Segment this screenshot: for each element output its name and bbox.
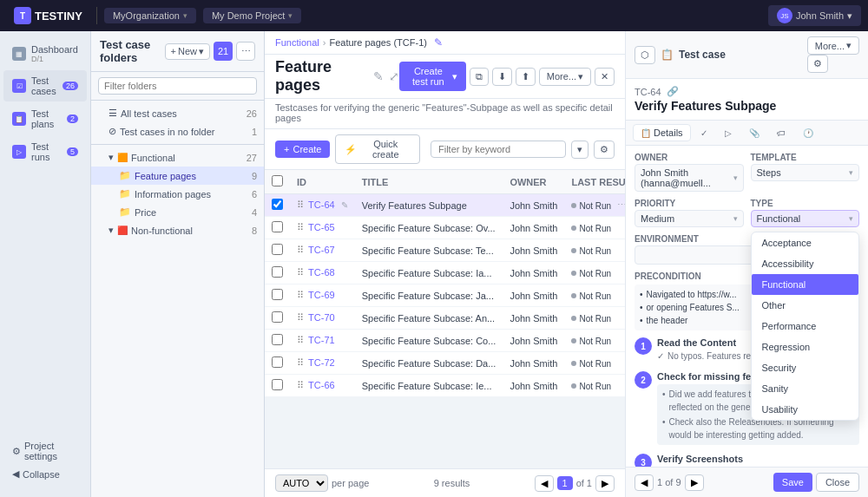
- type-option-acceptance[interactable]: Acceptance: [752, 232, 859, 253]
- type-option-security[interactable]: Security: [752, 357, 859, 378]
- row-tc-id-8[interactable]: TC-66: [308, 380, 335, 390]
- row-title-8[interactable]: Specific Feature Subcase: Ie...: [355, 375, 503, 397]
- project-selector[interactable]: My Demo Project ▾: [203, 8, 301, 23]
- table-row[interactable]: ⠿ TC-71 Specific Feature Subcase: Co... …: [265, 330, 625, 352]
- priority-value[interactable]: Medium ▾: [635, 210, 744, 227]
- row-tc-id-0[interactable]: TC-64: [308, 199, 335, 210]
- row-title-2[interactable]: Specific Feature Subcase: Te...: [355, 239, 503, 262]
- collapse-button[interactable]: ◀ Collapse: [7, 465, 83, 483]
- folder-more-button[interactable]: ⋯: [236, 42, 255, 61]
- sidebar-item-test-plans[interactable]: 📋 Test plans 2: [3, 103, 87, 134]
- folder-item-price[interactable]: 📁 Price 4: [91, 203, 264, 221]
- tab-run[interactable]: ▷: [717, 125, 740, 141]
- close-button[interactable]: Close: [816, 473, 859, 492]
- row-select-2[interactable]: [272, 244, 283, 255]
- type-value[interactable]: Functional ▾: [751, 210, 860, 227]
- drag-handle-2[interactable]: ⠿: [297, 245, 304, 255]
- row-select-8[interactable]: [272, 379, 283, 390]
- type-option-functional[interactable]: Functional: [752, 274, 859, 295]
- row-tc-id-5[interactable]: TC-70: [308, 312, 335, 323]
- right-panel-expand-button[interactable]: ⬡: [635, 46, 655, 64]
- row-tc-id-1[interactable]: TC-65: [308, 222, 335, 232]
- row-title-6[interactable]: Specific Feature Subcase: Co...: [355, 330, 503, 352]
- row-tc-id-4[interactable]: TC-69: [308, 290, 335, 300]
- drag-handle-1[interactable]: ⠿: [297, 222, 304, 232]
- row-tc-id-6[interactable]: TC-71: [308, 335, 335, 345]
- page-title-edit-icon[interactable]: ✎: [373, 69, 384, 83]
- tc-prev-button[interactable]: ◀: [635, 474, 654, 491]
- drag-handle-8[interactable]: ⠿: [297, 380, 304, 390]
- table-row[interactable]: ⠿ TC-72 Specific Feature Subcase: Da... …: [265, 352, 625, 375]
- page-title-expand-icon[interactable]: ⤢: [389, 69, 399, 83]
- create-button[interactable]: + Create: [275, 141, 330, 158]
- folder-item-no-folder[interactable]: ⊘ Test cases in no folder 1: [91, 122, 264, 141]
- sidebar-item-dashboard[interactable]: ▦ Dashboard D/1: [3, 39, 87, 69]
- table-settings-button[interactable]: ⚙: [594, 141, 615, 159]
- row-select-7[interactable]: [272, 356, 283, 368]
- drag-handle-7[interactable]: ⠿: [297, 357, 304, 368]
- row-edit-icon-0[interactable]: ✎: [341, 200, 348, 210]
- row-title-0[interactable]: Verify Features Subpage: [355, 194, 503, 217]
- type-option-other[interactable]: Other: [752, 295, 859, 316]
- sidebar-item-test-cases[interactable]: ☑ Test cases 26: [3, 70, 87, 101]
- row-tc-id-2[interactable]: TC-67: [308, 245, 335, 255]
- row-tc-id-7[interactable]: TC-72: [308, 357, 335, 368]
- row-title-1[interactable]: Specific Feature Subcase: Ov...: [355, 217, 503, 239]
- type-option-accessibility[interactable]: Accessibility: [752, 253, 859, 274]
- filter-keyword-input[interactable]: [431, 141, 566, 158]
- tab-tag[interactable]: 🏷: [769, 125, 793, 141]
- quick-create-button[interactable]: ⚡ Quick create: [335, 134, 420, 164]
- new-folder-button[interactable]: + New ▾: [165, 43, 210, 60]
- type-option-sanity[interactable]: Sanity: [752, 378, 859, 399]
- tab-check[interactable]: ✓: [693, 125, 715, 141]
- table-row[interactable]: ⠿ TC-64 ✎ Verify Features Subpage John S…: [265, 194, 625, 217]
- drag-handle-0[interactable]: ⠿: [297, 199, 304, 210]
- folder-item-functional[interactable]: ▾ 🟧 Functional 27: [91, 148, 264, 167]
- sidebar-item-test-runs[interactable]: ▷ Test runs 5: [3, 136, 87, 167]
- folder-item-non-functional[interactable]: ▾ 🟥 Non-functional 8: [91, 221, 264, 239]
- row-tc-id-3[interactable]: TC-68: [308, 267, 335, 278]
- table-row[interactable]: ⠿ TC-68 Specific Feature Subcase: Ia... …: [265, 262, 625, 284]
- type-option-usability[interactable]: Usability: [752, 399, 859, 420]
- filter-more-button[interactable]: ▾: [571, 141, 589, 159]
- folder-item-all[interactable]: ☰ All test cases 26: [91, 104, 264, 122]
- table-row[interactable]: ⠿ TC-70 Specific Feature Subcase: An... …: [265, 307, 625, 330]
- table-row[interactable]: ⠿ TC-69 Specific Feature Subcase: Ja... …: [265, 284, 625, 307]
- user-menu[interactable]: JS John Smith ▾: [768, 5, 861, 26]
- row-title-5[interactable]: Specific Feature Subcase: An...: [355, 307, 503, 330]
- create-test-run-button[interactable]: Create test run ▾: [399, 62, 466, 91]
- row-title-3[interactable]: Specific Feature Subcase: Ia...: [355, 262, 503, 284]
- row-more-icon-0[interactable]: ⋯: [617, 199, 625, 210]
- org-selector[interactable]: MyOrganization ▾: [104, 8, 196, 23]
- drag-handle-4[interactable]: ⠿: [297, 290, 304, 300]
- next-page-button[interactable]: ▶: [595, 475, 615, 492]
- table-row[interactable]: ⠿ TC-67 Specific Feature Subcase: Te... …: [265, 239, 625, 262]
- header-close-button[interactable]: ✕: [595, 68, 615, 86]
- tab-details[interactable]: 📋 Details: [633, 124, 691, 141]
- per-page-select[interactable]: AUTO 10 25 50: [275, 474, 328, 492]
- right-panel-more-button[interactable]: More... ▾: [807, 36, 859, 55]
- project-settings-button[interactable]: ⚙ Project settings: [7, 437, 83, 465]
- row-title-4[interactable]: Specific Feature Subcase: Ja...: [355, 284, 503, 307]
- save-button[interactable]: Save: [773, 473, 812, 492]
- row-select-6[interactable]: [272, 334, 283, 345]
- owner-value[interactable]: John Smith (hanna@muell... ▾: [635, 164, 744, 192]
- folder-item-feature-pages[interactable]: 📁 Feature pages 9: [91, 167, 264, 185]
- row-select-1[interactable]: [272, 221, 283, 232]
- folder-filter-input[interactable]: [98, 77, 257, 95]
- row-title-7[interactable]: Specific Feature Subcase: Da...: [355, 352, 503, 375]
- header-download-button[interactable]: ⬇: [492, 68, 512, 86]
- drag-handle-5[interactable]: ⠿: [297, 312, 304, 323]
- row-select-3[interactable]: [272, 266, 283, 278]
- breadcrumb-functional[interactable]: Functional: [275, 37, 319, 48]
- type-option-performance[interactable]: Performance: [752, 316, 859, 337]
- template-value[interactable]: Steps ▾: [751, 164, 860, 181]
- header-upload-button[interactable]: ⬆: [516, 68, 536, 86]
- folder-item-information-pages[interactable]: 📁 Information pages 6: [91, 185, 264, 203]
- table-row[interactable]: ⠿ TC-65 Specific Feature Subcase: Ov... …: [265, 217, 625, 239]
- right-panel-settings-button[interactable]: ⚙: [807, 55, 828, 73]
- row-select-5[interactable]: [272, 311, 283, 323]
- breadcrumb-edit-icon[interactable]: ✎: [434, 36, 443, 49]
- table-row[interactable]: ⠿ TC-66 Specific Feature Subcase: Ie... …: [265, 375, 625, 397]
- row-select-0[interactable]: [272, 199, 283, 210]
